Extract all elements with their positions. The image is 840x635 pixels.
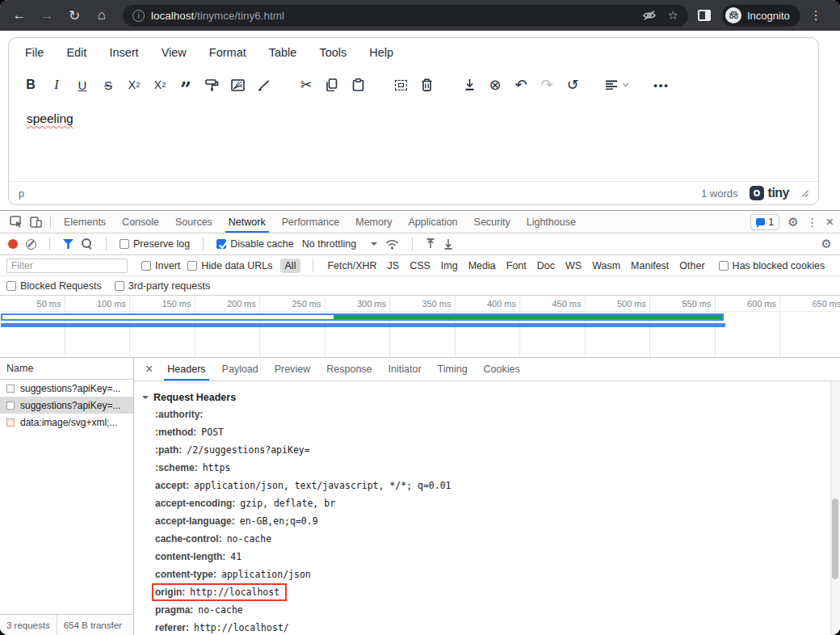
inspect-icon[interactable] xyxy=(6,214,26,230)
editor-content[interactable]: speeling xyxy=(9,103,818,181)
blockquote-icon[interactable]: ” xyxy=(175,73,196,97)
undo-icon[interactable]: ↶ xyxy=(510,73,531,97)
tiny-brand[interactable]: tiny xyxy=(750,186,789,200)
name-column-header[interactable]: Name xyxy=(0,358,133,380)
cancel-icon[interactable]: ⊗ xyxy=(485,73,506,97)
hide-data-urls-toggle[interactable]: Hide data URLs xyxy=(187,260,272,271)
preserve-log-toggle[interactable]: Preserve log xyxy=(120,238,190,250)
invert-checkbox[interactable] xyxy=(141,261,151,271)
tab-initiator[interactable]: Initiator xyxy=(380,358,430,381)
filter-funnel-icon[interactable] xyxy=(63,239,74,249)
tab-timing[interactable]: Timing xyxy=(430,358,476,381)
search-icon[interactable] xyxy=(82,238,93,250)
third-party-checkbox[interactable] xyxy=(115,281,124,291)
tab-headers[interactable]: Headers xyxy=(159,358,213,381)
forward-icon[interactable]: → xyxy=(36,4,58,27)
redo-icon[interactable]: ↷ xyxy=(536,73,557,97)
side-panel-icon[interactable] xyxy=(698,10,711,21)
misspelled-word[interactable]: speeling xyxy=(27,111,74,125)
filter-type-wasm[interactable]: Wasm xyxy=(590,260,622,271)
menu-format[interactable]: Format xyxy=(209,46,246,59)
import-har-icon[interactable] xyxy=(426,238,435,250)
subscript-icon[interactable]: X2 xyxy=(124,73,145,97)
insert-image-icon[interactable] xyxy=(227,73,248,97)
record-icon[interactable] xyxy=(8,239,18,249)
tab-sources[interactable]: Sources xyxy=(167,211,220,233)
devtools-settings-icon[interactable]: ⚙ xyxy=(788,215,798,229)
tab-lighthouse[interactable]: Lighthouse xyxy=(519,211,584,233)
brush-icon[interactable] xyxy=(253,73,274,97)
devtools-more-icon[interactable]: ⋮ xyxy=(807,216,818,229)
tab-payload[interactable]: Payload xyxy=(214,358,267,381)
third-party-toggle[interactable]: 3rd-party requests xyxy=(115,280,210,292)
throttling-dropdown[interactable]: No throttling xyxy=(302,238,377,250)
scrollbar-track[interactable] xyxy=(830,381,840,635)
browser-menu-icon[interactable]: ⋮ xyxy=(810,8,822,23)
has-blocked-cookies-toggle[interactable]: Has blocked cookies xyxy=(719,260,825,271)
tab-performance[interactable]: Performance xyxy=(274,211,348,233)
element-path[interactable]: p xyxy=(19,187,24,200)
resize-grip-icon[interactable] xyxy=(800,189,808,197)
paste-icon[interactable] xyxy=(347,73,368,97)
network-overview-timeline[interactable]: 50 ms 100 ms 150 ms 200 ms 250 ms 300 ms… xyxy=(0,296,840,358)
back-icon[interactable]: ← xyxy=(8,4,31,27)
superscript-icon[interactable]: X2 xyxy=(149,73,170,97)
close-details-icon[interactable]: × xyxy=(139,362,159,376)
select-all-icon[interactable] xyxy=(390,73,411,97)
italic-icon[interactable]: I xyxy=(46,73,67,97)
delete-icon[interactable] xyxy=(416,73,437,97)
request-row[interactable]: suggestions?apiKey=... xyxy=(0,397,133,414)
filter-type-other[interactable]: Other xyxy=(678,260,706,271)
filter-type-all[interactable]: All xyxy=(280,259,301,273)
devtools-close-icon[interactable]: × xyxy=(826,215,834,229)
blocked-requests-toggle[interactable]: Blocked Requests xyxy=(6,280,102,292)
export-icon[interactable] xyxy=(459,73,480,97)
menu-help[interactable]: Help xyxy=(369,46,393,59)
export-har-icon[interactable] xyxy=(443,238,453,250)
network-settings-icon[interactable]: ⚙ xyxy=(821,237,832,251)
tab-memory[interactable]: Memory xyxy=(347,211,400,233)
tab-elements[interactable]: Elements xyxy=(56,211,114,233)
url-bar[interactable]: i localhost/tinymce/tiny6.html ☆ xyxy=(123,5,688,27)
menu-table[interactable]: Table xyxy=(269,46,297,59)
bold-icon[interactable]: B xyxy=(20,73,41,97)
restore-draft-icon[interactable]: ↺ xyxy=(562,73,583,97)
menu-tools[interactable]: Tools xyxy=(319,46,346,59)
filter-type-doc[interactable]: Doc xyxy=(536,260,556,271)
filter-type-media[interactable]: Media xyxy=(467,260,498,271)
tab-security[interactable]: Security xyxy=(466,211,519,233)
preserve-log-checkbox[interactable] xyxy=(120,239,129,249)
network-conditions-icon[interactable] xyxy=(385,239,399,250)
filter-input[interactable] xyxy=(6,259,128,273)
clear-icon[interactable] xyxy=(26,239,36,250)
filter-type-ws[interactable]: WS xyxy=(564,260,583,271)
more-toolbar-icon[interactable]: ••• xyxy=(651,73,672,97)
reload-icon[interactable]: ↻ xyxy=(63,4,86,27)
menu-view[interactable]: View xyxy=(162,46,187,59)
menu-insert[interactable]: Insert xyxy=(109,46,138,59)
align-left-icon[interactable] xyxy=(605,73,629,97)
hide-data-urls-checkbox[interactable] xyxy=(187,261,197,271)
filter-type-font[interactable]: Font xyxy=(505,260,528,271)
device-toolbar-icon[interactable] xyxy=(26,214,45,230)
underline-icon[interactable]: U xyxy=(72,73,93,97)
tab-cookies[interactable]: Cookies xyxy=(476,358,528,381)
filter-type-manifest[interactable]: Manifest xyxy=(629,260,670,271)
tab-network[interactable]: Network xyxy=(220,211,274,233)
filter-type-fetch-xhr[interactable]: Fetch/XHR xyxy=(326,260,378,271)
has-blocked-cookies-checkbox[interactable] xyxy=(719,261,729,271)
filter-type-img[interactable]: Img xyxy=(439,260,460,271)
request-headers-section[interactable]: Request Headers xyxy=(134,389,840,406)
tab-application[interactable]: Application xyxy=(400,211,465,233)
bookmark-star-icon[interactable]: ☆ xyxy=(668,8,678,23)
site-info-icon[interactable]: i xyxy=(132,10,145,22)
request-row[interactable]: suggestions?apiKey=... xyxy=(0,380,133,397)
format-painter-icon[interactable] xyxy=(201,73,222,97)
word-count[interactable]: 1 words xyxy=(701,187,738,200)
menu-edit[interactable]: Edit xyxy=(66,46,86,59)
tab-console[interactable]: Console xyxy=(114,211,167,233)
strikethrough-icon[interactable]: S xyxy=(98,73,119,97)
request-row[interactable]: data:image/svg+xml;... xyxy=(0,414,133,431)
disable-cache-checkbox[interactable] xyxy=(216,239,226,249)
blocked-requests-checkbox[interactable] xyxy=(6,281,16,291)
